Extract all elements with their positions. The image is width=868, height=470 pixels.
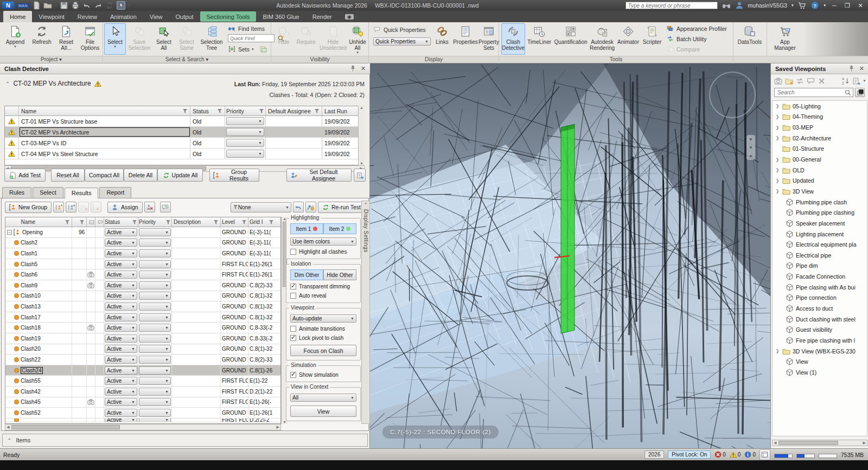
viewpoint-item[interactable]: Electrical equipment pla — [773, 239, 867, 250]
viewpoint-folder[interactable]: ❯3D View (WBX-EGS-230 — [773, 346, 867, 357]
assign-lock-button[interactable] — [305, 202, 316, 213]
result-name-cell[interactable]: Clash52 — [5, 408, 72, 418]
status-dropdown[interactable]: Active▼ — [105, 366, 137, 375]
open-file-icon[interactable] — [43, 1, 52, 10]
priority-dropdown[interactable]: ▼ — [139, 324, 171, 332]
result-row[interactable]: Clash22Active▼▼GROUND IC.8(2)-33 — [5, 355, 280, 365]
status-dropdown[interactable]: Active▼ — [105, 313, 137, 321]
result-row[interactable]: Clash5Active▼▼FIRST FLOE(1)-26(1 — [5, 259, 280, 270]
view-context-dropdown[interactable]: All▼ — [290, 394, 356, 402]
result-row[interactable]: Clash42Active▼▼FIRST FLOD.2(1)-22 — [5, 387, 280, 397]
error-counter[interactable]: 0 — [714, 451, 726, 458]
result-row[interactable]: Clash45Active▼▼FIRST FLOE(1)-26(- — [5, 397, 280, 408]
assignee-filter-icon[interactable] — [314, 108, 320, 114]
expand-arrow-icon[interactable]: ❯ — [775, 114, 780, 119]
priority-dropdown[interactable]: ▼ — [139, 260, 171, 268]
dim-other-toggle[interactable]: Dim Other — [290, 269, 323, 280]
result-name-cell[interactable]: Clash2 — [5, 238, 72, 248]
expand-arrow-icon[interactable]: ❯ — [775, 168, 780, 172]
result-row[interactable]: Clash24Active▼▼GROUND IC.8(1)-26 — [5, 365, 280, 376]
expand-arrow-icon[interactable]: ❯ — [775, 349, 780, 353]
vp-export-caret[interactable]: ▾ — [863, 79, 865, 82]
status-dropdown[interactable]: Active▼ — [105, 345, 137, 353]
new-group-button[interactable]: New Group — [5, 202, 52, 213]
ribbon-tab-viewpoint[interactable]: Viewpoint — [32, 11, 71, 22]
sheet-browser-button[interactable] — [760, 449, 770, 460]
group-results-button[interactable]: Group Results — [209, 169, 259, 182]
undo-icon[interactable] — [82, 1, 91, 10]
appearance-profiler-button[interactable]: Appearance Profiler — [666, 24, 727, 33]
result-row[interactable]: Clash19Active▼▼GROUND IC.8-33(-2 — [5, 333, 280, 344]
pivot-lock-indicator[interactable]: Pivot Lock: On — [668, 450, 711, 459]
ribbon-tab-bim-360-glue[interactable]: BIM 360 Glue — [256, 11, 305, 22]
status-dropdown[interactable]: Active▼ — [105, 398, 137, 406]
ribbon-tab-sectioning-tools[interactable]: Sectioning Tools — [200, 11, 257, 22]
delete-viewpoint-icon[interactable] — [818, 77, 826, 85]
redo-icon[interactable] — [94, 1, 103, 10]
viewpoint-folder[interactable]: ❯02-Architecture — [773, 133, 867, 144]
status-dropdown[interactable]: Active▼ — [105, 260, 137, 268]
viewpoint-folder[interactable]: ❯05-Lighting — [773, 101, 867, 112]
select-search-group-label[interactable]: Select & Search ▾ — [103, 56, 271, 63]
minimize-button[interactable]: ─ — [830, 2, 839, 9]
result-row[interactable]: Clash1Active▼▼GROUND IE(-3)-11( — [5, 248, 280, 259]
priority-dropdown[interactable]: ▼ — [139, 398, 171, 406]
priority-dropdown[interactable]: ▼ — [139, 334, 171, 343]
help-icon[interactable]: ? — [810, 1, 819, 10]
result-name-cell[interactable]: Clash10 — [5, 291, 72, 301]
expand-arrow-icon[interactable]: ❯ — [775, 125, 780, 130]
select-all-button[interactable]: Select All — [153, 23, 175, 55]
viewpoint-item[interactable]: Duct clashing with steel — [773, 314, 867, 325]
quick-properties-dropdown[interactable]: Quick Properties▼ — [373, 37, 431, 46]
timeliner-button[interactable]: TimeLiner — [526, 23, 552, 55]
status-dropdown[interactable]: Active▼ — [105, 356, 137, 364]
refresh-button[interactable]: Refresh — [29, 23, 54, 55]
transparent-dimming-checkbox[interactable] — [290, 284, 296, 289]
test-row[interactable]: CT-03-MEP Vs IDOld▼19/09/202 — [5, 138, 364, 149]
viewpoint-item[interactable]: Speaker placement — [773, 218, 867, 229]
filter-none-dropdown[interactable]: None▼ — [231, 202, 291, 213]
search-binoculars-icon[interactable] — [722, 1, 731, 10]
project-group-label[interactable]: Project ▾ — [0, 56, 103, 63]
result-row[interactable]: −Opening96Active▼▼GROUND IE(-3)-11( — [5, 227, 280, 238]
quantification-button[interactable]: Quantification — [553, 23, 588, 55]
show-simulation-row[interactable]: Show simulation — [290, 372, 356, 378]
priority-dropdown[interactable]: ▼ — [139, 239, 171, 247]
auto-reveal-checkbox[interactable] — [290, 293, 296, 299]
results-horizontal-scrollbar[interactable]: ◀▶ — [5, 424, 281, 430]
keyword-search-input[interactable] — [626, 2, 718, 9]
result-row[interactable]: Clash13Active▼▼GROUND IC.8(1)-32 — [5, 301, 280, 312]
update-all-button[interactable]: Update All — [157, 169, 203, 182]
result-name-cell[interactable]: Clash55 — [5, 376, 72, 386]
priority-dropdown[interactable]: ▼ — [139, 281, 171, 289]
pin-icon[interactable] — [349, 65, 356, 72]
animator-button[interactable]: Animator — [616, 23, 640, 55]
viewpoint-item[interactable]: Guest visibility — [773, 324, 867, 335]
results-count-filter-icon[interactable] — [79, 220, 85, 225]
result-name-cell[interactable] — [5, 419, 72, 422]
expand-arrow-icon[interactable]: ❯ — [775, 157, 780, 162]
priority-dropdown[interactable]: ▼ — [139, 377, 171, 385]
reset-all-button[interactable]: Reset All... — [55, 23, 77, 55]
result-row[interactable]: Clash6Active▼▼FIRST FLOE(1)-26(1 — [5, 269, 280, 280]
viewpoints-horizontal-scrollbar[interactable]: ◀▶ — [772, 440, 867, 446]
navigation-bar[interactable]: ●●● — [746, 135, 755, 160]
test-row[interactable]: CT-01 MEP Vs Structure baseOld▼19/09/202 — [5, 116, 364, 127]
vp-close-icon[interactable]: ✕ — [859, 65, 864, 72]
refresh-icon[interactable] — [105, 1, 114, 10]
links-button[interactable]: Links — [433, 23, 451, 55]
close-button[interactable]: ✕ — [856, 2, 865, 9]
viewpoint-folder[interactable]: ❯04-Theming — [773, 112, 867, 123]
result-row[interactable]: Clash17Active▼▼GROUND IC.8(1)-32 — [5, 312, 280, 323]
transparent-dimming-row[interactable]: Transparent dimming — [290, 284, 356, 289]
priority-dropdown[interactable]: ▼ — [139, 292, 171, 300]
priority-dropdown[interactable]: ▼ — [226, 117, 264, 125]
viewpoint-item[interactable]: Plumbing pipe clash — [773, 197, 867, 208]
clash-panel-close-icon[interactable]: ✕ — [361, 65, 366, 72]
items-chevron-icon[interactable]: ⌃ — [7, 437, 11, 443]
results-status-filter-icon[interactable] — [132, 220, 137, 225]
add-comment-icon[interactable] — [807, 77, 815, 85]
properties-button[interactable]: Properties — [452, 23, 478, 55]
priority-dropdown[interactable]: ▼ — [139, 409, 171, 417]
result-row[interactable]: Active▼▼FIRST FLOD.2(2)-2 — [5, 419, 280, 422]
